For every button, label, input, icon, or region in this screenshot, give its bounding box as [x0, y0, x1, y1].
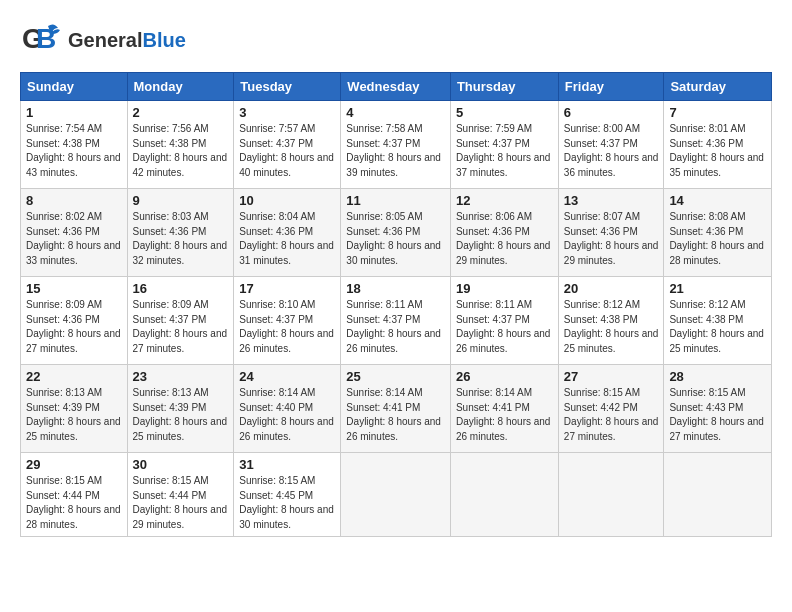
- day-info: Sunrise: 8:14 AMSunset: 4:40 PMDaylight:…: [239, 386, 335, 444]
- day-number: 18: [346, 281, 445, 296]
- day-info: Sunrise: 8:10 AMSunset: 4:37 PMDaylight:…: [239, 298, 335, 356]
- day-number: 24: [239, 369, 335, 384]
- calendar-cell: 2Sunrise: 7:56 AMSunset: 4:38 PMDaylight…: [127, 101, 234, 189]
- day-info: Sunrise: 7:58 AMSunset: 4:37 PMDaylight:…: [346, 122, 445, 180]
- day-info: Sunrise: 8:15 AMSunset: 4:44 PMDaylight:…: [133, 474, 229, 532]
- logo-blue: Blue: [142, 29, 185, 51]
- calendar-header-row: SundayMondayTuesdayWednesdayThursdayFrid…: [21, 73, 772, 101]
- day-number: 12: [456, 193, 553, 208]
- calendar-cell: 25Sunrise: 8:14 AMSunset: 4:41 PMDayligh…: [341, 365, 451, 453]
- day-number: 16: [133, 281, 229, 296]
- day-info: Sunrise: 8:15 AMSunset: 4:44 PMDaylight:…: [26, 474, 122, 532]
- header: G B GeneralBlue: [20, 18, 772, 62]
- day-info: Sunrise: 8:11 AMSunset: 4:37 PMDaylight:…: [346, 298, 445, 356]
- calendar-cell: 26Sunrise: 8:14 AMSunset: 4:41 PMDayligh…: [450, 365, 558, 453]
- calendar: SundayMondayTuesdayWednesdayThursdayFrid…: [20, 72, 772, 537]
- day-info: Sunrise: 8:13 AMSunset: 4:39 PMDaylight:…: [133, 386, 229, 444]
- day-number: 4: [346, 105, 445, 120]
- day-number: 1: [26, 105, 122, 120]
- day-number: 22: [26, 369, 122, 384]
- calendar-header-saturday: Saturday: [664, 73, 772, 101]
- day-number: 21: [669, 281, 766, 296]
- calendar-cell: 18Sunrise: 8:11 AMSunset: 4:37 PMDayligh…: [341, 277, 451, 365]
- calendar-cell: [664, 453, 772, 537]
- calendar-header-monday: Monday: [127, 73, 234, 101]
- calendar-cell: 17Sunrise: 8:10 AMSunset: 4:37 PMDayligh…: [234, 277, 341, 365]
- calendar-header-thursday: Thursday: [450, 73, 558, 101]
- day-info: Sunrise: 7:57 AMSunset: 4:37 PMDaylight:…: [239, 122, 335, 180]
- day-info: Sunrise: 8:11 AMSunset: 4:37 PMDaylight:…: [456, 298, 553, 356]
- day-info: Sunrise: 8:08 AMSunset: 4:36 PMDaylight:…: [669, 210, 766, 268]
- calendar-cell: 16Sunrise: 8:09 AMSunset: 4:37 PMDayligh…: [127, 277, 234, 365]
- logo-icon: G B: [20, 18, 64, 62]
- day-number: 31: [239, 457, 335, 472]
- calendar-header-tuesday: Tuesday: [234, 73, 341, 101]
- day-number: 7: [669, 105, 766, 120]
- day-info: Sunrise: 8:15 AMSunset: 4:43 PMDaylight:…: [669, 386, 766, 444]
- day-info: Sunrise: 8:02 AMSunset: 4:36 PMDaylight:…: [26, 210, 122, 268]
- day-info: Sunrise: 8:05 AMSunset: 4:36 PMDaylight:…: [346, 210, 445, 268]
- day-number: 15: [26, 281, 122, 296]
- calendar-cell: 23Sunrise: 8:13 AMSunset: 4:39 PMDayligh…: [127, 365, 234, 453]
- day-number: 10: [239, 193, 335, 208]
- logo-general: General: [68, 29, 142, 51]
- day-info: Sunrise: 8:09 AMSunset: 4:36 PMDaylight:…: [26, 298, 122, 356]
- calendar-cell: 1Sunrise: 7:54 AMSunset: 4:38 PMDaylight…: [21, 101, 128, 189]
- day-number: 20: [564, 281, 659, 296]
- day-info: Sunrise: 8:14 AMSunset: 4:41 PMDaylight:…: [346, 386, 445, 444]
- calendar-header-sunday: Sunday: [21, 73, 128, 101]
- day-info: Sunrise: 8:00 AMSunset: 4:37 PMDaylight:…: [564, 122, 659, 180]
- day-info: Sunrise: 7:54 AMSunset: 4:38 PMDaylight:…: [26, 122, 122, 180]
- calendar-cell: 9Sunrise: 8:03 AMSunset: 4:36 PMDaylight…: [127, 189, 234, 277]
- calendar-cell: 13Sunrise: 8:07 AMSunset: 4:36 PMDayligh…: [558, 189, 664, 277]
- day-number: 13: [564, 193, 659, 208]
- day-info: Sunrise: 8:03 AMSunset: 4:36 PMDaylight:…: [133, 210, 229, 268]
- day-info: Sunrise: 8:15 AMSunset: 4:45 PMDaylight:…: [239, 474, 335, 532]
- page: G B GeneralBlue SundayMondayTuesdayWedne…: [0, 0, 792, 612]
- calendar-cell: 30Sunrise: 8:15 AMSunset: 4:44 PMDayligh…: [127, 453, 234, 537]
- day-info: Sunrise: 8:14 AMSunset: 4:41 PMDaylight:…: [456, 386, 553, 444]
- calendar-cell: 21Sunrise: 8:12 AMSunset: 4:38 PMDayligh…: [664, 277, 772, 365]
- day-number: 8: [26, 193, 122, 208]
- day-number: 2: [133, 105, 229, 120]
- calendar-cell: [341, 453, 451, 537]
- calendar-header-friday: Friday: [558, 73, 664, 101]
- day-number: 3: [239, 105, 335, 120]
- day-number: 6: [564, 105, 659, 120]
- calendar-cell: [558, 453, 664, 537]
- calendar-cell: 15Sunrise: 8:09 AMSunset: 4:36 PMDayligh…: [21, 277, 128, 365]
- calendar-cell: 11Sunrise: 8:05 AMSunset: 4:36 PMDayligh…: [341, 189, 451, 277]
- day-number: 25: [346, 369, 445, 384]
- day-info: Sunrise: 8:01 AMSunset: 4:36 PMDaylight:…: [669, 122, 766, 180]
- calendar-cell: 4Sunrise: 7:58 AMSunset: 4:37 PMDaylight…: [341, 101, 451, 189]
- day-info: Sunrise: 8:07 AMSunset: 4:36 PMDaylight:…: [564, 210, 659, 268]
- day-info: Sunrise: 8:06 AMSunset: 4:36 PMDaylight:…: [456, 210, 553, 268]
- day-number: 27: [564, 369, 659, 384]
- calendar-cell: 14Sunrise: 8:08 AMSunset: 4:36 PMDayligh…: [664, 189, 772, 277]
- calendar-cell: 7Sunrise: 8:01 AMSunset: 4:36 PMDaylight…: [664, 101, 772, 189]
- day-info: Sunrise: 8:09 AMSunset: 4:37 PMDaylight:…: [133, 298, 229, 356]
- calendar-cell: 8Sunrise: 8:02 AMSunset: 4:36 PMDaylight…: [21, 189, 128, 277]
- calendar-cell: 27Sunrise: 8:15 AMSunset: 4:42 PMDayligh…: [558, 365, 664, 453]
- calendar-cell: 22Sunrise: 8:13 AMSunset: 4:39 PMDayligh…: [21, 365, 128, 453]
- day-info: Sunrise: 7:59 AMSunset: 4:37 PMDaylight:…: [456, 122, 553, 180]
- calendar-cell: 28Sunrise: 8:15 AMSunset: 4:43 PMDayligh…: [664, 365, 772, 453]
- calendar-cell: 19Sunrise: 8:11 AMSunset: 4:37 PMDayligh…: [450, 277, 558, 365]
- day-number: 26: [456, 369, 553, 384]
- calendar-cell: 29Sunrise: 8:15 AMSunset: 4:44 PMDayligh…: [21, 453, 128, 537]
- day-number: 28: [669, 369, 766, 384]
- calendar-cell: [450, 453, 558, 537]
- calendar-cell: 20Sunrise: 8:12 AMSunset: 4:38 PMDayligh…: [558, 277, 664, 365]
- calendar-cell: 24Sunrise: 8:14 AMSunset: 4:40 PMDayligh…: [234, 365, 341, 453]
- day-info: Sunrise: 8:12 AMSunset: 4:38 PMDaylight:…: [669, 298, 766, 356]
- calendar-cell: 5Sunrise: 7:59 AMSunset: 4:37 PMDaylight…: [450, 101, 558, 189]
- day-info: Sunrise: 8:04 AMSunset: 4:36 PMDaylight:…: [239, 210, 335, 268]
- calendar-cell: 3Sunrise: 7:57 AMSunset: 4:37 PMDaylight…: [234, 101, 341, 189]
- day-number: 5: [456, 105, 553, 120]
- day-number: 9: [133, 193, 229, 208]
- calendar-cell: 6Sunrise: 8:00 AMSunset: 4:37 PMDaylight…: [558, 101, 664, 189]
- logo: G B GeneralBlue: [20, 18, 186, 62]
- day-info: Sunrise: 8:15 AMSunset: 4:42 PMDaylight:…: [564, 386, 659, 444]
- day-number: 11: [346, 193, 445, 208]
- calendar-cell: 12Sunrise: 8:06 AMSunset: 4:36 PMDayligh…: [450, 189, 558, 277]
